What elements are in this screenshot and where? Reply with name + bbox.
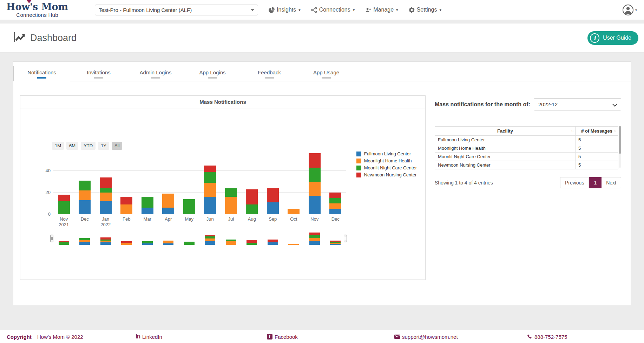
pie-chart-icon (269, 7, 275, 13)
stacked-bar[interactable] (58, 195, 70, 214)
tab-label: Feedback (241, 69, 297, 75)
column-header-messages[interactable]: # of Messages↑↓ (576, 127, 618, 136)
stacked-bar[interactable] (329, 193, 341, 214)
navigator-slot (158, 241, 179, 245)
phone-link[interactable]: 888-752-7575 (527, 330, 567, 343)
navigator-mini-bar (205, 235, 215, 245)
facility-cell: Moonlit Night Care Center (435, 153, 576, 161)
tab-app-usage[interactable]: App Usage (298, 66, 355, 81)
tab-invitations[interactable]: Invitations (70, 66, 127, 81)
range-button-all[interactable]: All (112, 142, 122, 150)
tab-feedback[interactable]: Feedback (241, 66, 298, 81)
bar-segment (100, 193, 112, 201)
legend-item[interactable]: Newmoon Nursing Center (356, 172, 417, 177)
stacked-bar[interactable] (162, 194, 174, 214)
navigator-slot (179, 242, 200, 245)
column-header-facility[interactable]: Facility↑↓ (435, 127, 576, 136)
bar-segment (120, 197, 132, 204)
range-button-1m[interactable]: 1M (52, 142, 64, 150)
chevron-down-icon: ▾ (353, 8, 355, 12)
stacked-bar[interactable] (288, 209, 300, 215)
stacked-bar[interactable] (120, 197, 132, 214)
stacked-bar[interactable] (225, 188, 237, 214)
bar-segment (309, 168, 321, 182)
user-menu[interactable]: ▾ (622, 4, 637, 16)
range-button-6m[interactable]: 6M (66, 142, 78, 150)
chart-plot-area: 02040 (53, 150, 346, 214)
stacked-bar[interactable] (79, 181, 91, 214)
messages-cell: 5 (576, 144, 618, 153)
stacked-bar[interactable] (100, 177, 112, 214)
navigator-slot (325, 241, 346, 245)
legend-swatch (356, 152, 361, 156)
bar-segment (183, 199, 195, 214)
bar-slot (242, 150, 263, 214)
navigator-mini-bar (100, 237, 111, 245)
bar-slot (179, 150, 200, 214)
range-button-1y[interactable]: 1Y (98, 142, 109, 150)
nav-connections[interactable]: Connections▾ (311, 7, 355, 13)
user-guide-button[interactable]: i User Guide (587, 31, 638, 45)
nav-manage[interactable]: Manage▾ (365, 7, 398, 13)
chart-navigator (53, 232, 346, 247)
x-axis-label: Nov2021 (53, 216, 74, 228)
linkedin-link[interactable]: in LinkedIn (136, 330, 162, 343)
navigator-mini-bar (163, 241, 173, 245)
table-scrollbar-thumb[interactable] (619, 126, 621, 154)
bar-segment (246, 189, 258, 204)
bar-slot (53, 150, 74, 214)
month-select[interactable]: 2022-12 (534, 98, 621, 110)
page-title-band: Dashboard i User Guide (0, 23, 644, 53)
support-email-link[interactable]: support@howsmom.net (394, 330, 458, 343)
bar-segment (225, 188, 237, 197)
navigator-mini-bar (79, 238, 90, 245)
navigator-right-handle[interactable] (344, 235, 347, 242)
y-tick-label: 0 (37, 211, 51, 217)
facility-cell: Fullmoon Living Center (435, 136, 576, 144)
x-axis-label: Jul (221, 216, 242, 228)
brand-logo[interactable]: How's Mom♥ Connections Hub (6, 2, 68, 18)
bar-segment (329, 203, 341, 209)
facebook-link[interactable]: f Facebook (267, 330, 298, 343)
legend-item[interactable]: Fullmoon Living Center (356, 151, 417, 156)
x-axis-label: May (179, 216, 200, 228)
legend-item[interactable]: Moonlight Home Health (356, 158, 417, 163)
table-scrollbar[interactable] (619, 126, 621, 168)
stacked-bar[interactable] (309, 153, 321, 214)
brand-name: How's Mom♥ (6, 2, 68, 12)
tab-notifications[interactable]: Notifications (13, 66, 70, 81)
tab-underline (37, 77, 46, 79)
facility-select[interactable]: Test-Pro - Fullmoon Living Center (ALF) (95, 5, 258, 15)
bar-segment (58, 201, 70, 214)
bar-segment (329, 198, 341, 204)
bar-segment (329, 193, 341, 198)
bar-segment (225, 197, 237, 214)
x-axis-label: Aug (242, 216, 263, 228)
stacked-bar[interactable] (204, 166, 216, 214)
tab-admin-logins[interactable]: Admin Logins (127, 66, 184, 81)
stacked-bar[interactable] (267, 188, 279, 214)
chart-body: 1M6MYTD1YAll Fullmoon Living CenterMoonl… (20, 108, 425, 280)
stacked-bar[interactable] (142, 197, 153, 214)
main-nav: Insights▾Connections▾Manage▾Settings▾ (269, 7, 441, 13)
bar-slot (158, 150, 179, 214)
legend-swatch (356, 173, 361, 177)
next-page-button[interactable]: Next (602, 177, 621, 188)
navigator-left-handle[interactable] (50, 235, 53, 242)
stacked-bar[interactable] (183, 199, 195, 214)
legend-swatch (356, 159, 361, 163)
tab-label: Admin Logins (127, 69, 184, 75)
stacked-bar[interactable] (246, 189, 258, 214)
bar-segment (100, 177, 112, 188)
navigator-mini-bar (268, 240, 278, 245)
range-button-ytd[interactable]: YTD (81, 142, 96, 150)
tab-app-logins[interactable]: App Logins (184, 66, 241, 81)
legend-item[interactable]: Moonlit Night Care Center (356, 165, 417, 170)
brand-subtitle: Connections Hub (16, 12, 58, 18)
page-1-button[interactable]: 1 (589, 177, 602, 188)
navigator-baseline (53, 245, 346, 245)
bar-segment (309, 182, 321, 196)
nav-settings[interactable]: Settings▾ (409, 7, 441, 13)
nav-insights[interactable]: Insights▾ (269, 7, 301, 13)
previous-page-button[interactable]: Previous (560, 177, 589, 188)
